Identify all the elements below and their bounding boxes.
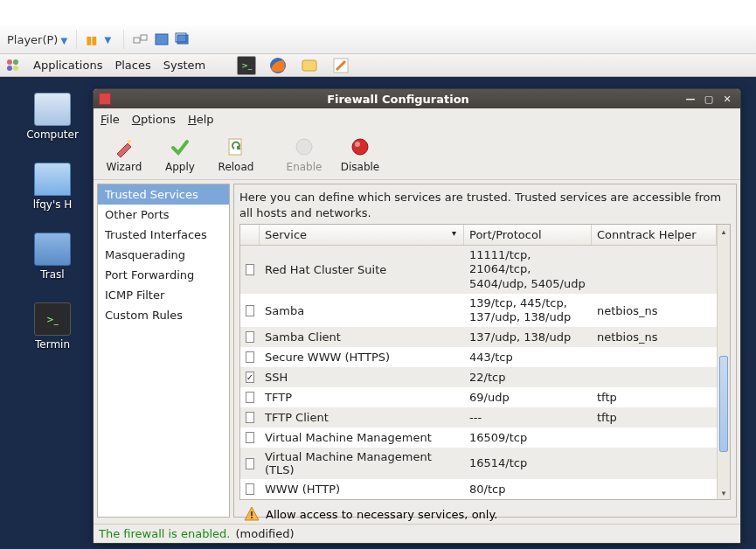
port-cell: 139/tcp, 445/tcp, 137/udp, 138/udp xyxy=(464,294,592,328)
minimize-button[interactable]: — xyxy=(683,93,698,105)
service-checkbox[interactable] xyxy=(246,483,254,495)
desktop-home-icon[interactable]: lfqy's H xyxy=(17,163,87,211)
conntrack-cell: tftp xyxy=(592,408,717,427)
checkbox-column-header[interactable] xyxy=(240,225,260,245)
sidebar-item-icmp-filter[interactable]: ICMP Filter xyxy=(98,285,229,305)
conntrack-cell xyxy=(592,435,717,441)
notes-launcher-icon[interactable] xyxy=(331,56,350,75)
conntrack-cell xyxy=(592,487,717,492)
main-pane: Here you can define which services are t… xyxy=(233,184,737,518)
category-sidebar: Trusted ServicesOther PortsTrusted Inter… xyxy=(97,184,230,518)
pause-icon[interactable]: ▮▮ xyxy=(86,33,96,46)
firewall-app-icon xyxy=(99,93,111,105)
help-menu[interactable]: Help xyxy=(188,113,214,126)
close-button[interactable]: ✕ xyxy=(719,93,735,105)
firewall-config-window: Firewall Configuration — ▢ ✕ File Option… xyxy=(93,88,741,544)
port-cell: 22/tcp xyxy=(464,368,592,387)
port-cell: 11111/tcp, 21064/tcp, 5404/udp, 5405/udp xyxy=(464,246,592,294)
table-row[interactable]: Virtual Machine Management (TLS)16514/tc… xyxy=(240,448,717,479)
port-cell: 443/tcp xyxy=(464,348,592,367)
window-title: Firewall Configuration xyxy=(116,93,680,106)
service-name-cell: TFTP Client xyxy=(260,408,464,427)
svg-point-7 xyxy=(7,66,12,71)
send-cad-icon[interactable] xyxy=(133,32,149,46)
scroll-up-button[interactable]: ▴ xyxy=(718,225,730,238)
service-checkbox[interactable] xyxy=(246,331,254,343)
fullscreen-icon[interactable] xyxy=(154,32,170,46)
firefox-launcher-icon[interactable] xyxy=(268,56,288,75)
sidebar-item-trusted-interfaces[interactable]: Trusted Interfaces xyxy=(98,225,229,245)
sidebar-item-other-ports[interactable]: Other Ports xyxy=(98,205,229,225)
dropdown-icon[interactable]: ▼ xyxy=(104,35,111,45)
service-name-cell: Secure WWW (HTTPS) xyxy=(260,348,464,366)
service-name-cell: Samba Client xyxy=(260,328,464,346)
table-row[interactable]: Samba139/tcp, 445/tcp, 137/udp, 138/udpn… xyxy=(240,294,717,328)
apply-button[interactable]: Apply xyxy=(153,131,207,178)
table-row[interactable]: Samba Client137/udp, 138/udpnetbios_ns xyxy=(240,327,717,347)
table-row[interactable]: TFTP69/udptftp xyxy=(240,387,717,407)
svg-point-14 xyxy=(296,139,312,155)
reload-icon xyxy=(225,136,246,157)
svg-rect-10 xyxy=(302,60,316,71)
port-cell: 80/tcp xyxy=(464,480,592,499)
file-menu[interactable]: File xyxy=(101,113,120,126)
sidebar-item-custom-rules[interactable]: Custom Rules xyxy=(98,305,229,325)
table-row[interactable]: ✓SSH22/tcp xyxy=(240,367,717,387)
warning-text: Allow access to necessary services, only… xyxy=(266,508,497,521)
port-column-header[interactable]: Port/Protocol xyxy=(464,225,592,245)
port-cell: 16509/tcp xyxy=(464,428,592,448)
service-name-cell: Samba xyxy=(260,302,464,320)
service-checkbox[interactable] xyxy=(246,412,254,423)
service-checkbox[interactable] xyxy=(246,351,254,363)
service-checkbox[interactable] xyxy=(246,264,254,275)
conntrack-cell xyxy=(592,267,717,272)
check-icon xyxy=(170,136,191,157)
service-checkbox[interactable] xyxy=(246,432,254,443)
conntrack-cell: netbios_ns xyxy=(592,328,717,346)
service-name-cell: Red Hat Cluster Suite xyxy=(260,261,464,279)
gnome-top-panel: Applications Places System >_ xyxy=(0,54,756,77)
port-cell: 137/udp, 138/udp xyxy=(464,328,592,347)
service-name-cell: Virtual Machine Management xyxy=(260,428,464,447)
table-row[interactable]: Red Hat Cluster Suite11111/tcp, 21064/tc… xyxy=(240,246,717,294)
status-enabled-text: The firewall is enabled. xyxy=(99,527,230,540)
places-menu[interactable]: Places xyxy=(114,59,150,72)
svg-rect-0 xyxy=(134,38,140,43)
service-checkbox[interactable] xyxy=(246,305,254,316)
vertical-scrollbar[interactable]: ▴ ▾ xyxy=(717,225,730,499)
terminal-launcher-icon[interactable]: >_ xyxy=(237,56,256,75)
port-cell: --- xyxy=(464,408,592,427)
system-menu[interactable]: System xyxy=(163,59,205,72)
help-launcher-icon[interactable] xyxy=(300,56,319,75)
maximize-button[interactable]: ▢ xyxy=(701,93,717,105)
sidebar-item-port-forwarding[interactable]: Port Forwarding xyxy=(98,265,229,285)
sidebar-item-trusted-services[interactable]: Trusted Services xyxy=(98,184,229,205)
desktop-terminal-icon[interactable]: >_ Termin xyxy=(17,302,87,351)
player-menu[interactable]: Player(P)▼ xyxy=(7,33,67,46)
desktop-trash-icon[interactable]: Trasl xyxy=(17,233,87,281)
service-checkbox[interactable]: ✓ xyxy=(246,372,254,383)
options-menu[interactable]: Options xyxy=(132,113,176,126)
svg-point-6 xyxy=(13,59,18,65)
conntrack-cell xyxy=(592,355,717,360)
table-row[interactable]: Virtual Machine Management16509/tcp xyxy=(240,427,717,448)
svg-point-8 xyxy=(13,66,18,71)
table-row[interactable]: WWW (HTTP)80/tcp xyxy=(240,479,717,499)
service-checkbox[interactable] xyxy=(246,458,254,469)
conntrack-column-header[interactable]: Conntrack Helper xyxy=(592,225,717,245)
table-row[interactable]: TFTP Client---tftp xyxy=(240,407,717,427)
service-column-header[interactable]: Service xyxy=(260,225,464,245)
disable-button[interactable]: Disable xyxy=(333,131,387,178)
table-row[interactable]: Secure WWW (HTTPS)443/tcp xyxy=(240,347,717,367)
window-titlebar[interactable]: Firewall Configuration — ▢ ✕ xyxy=(94,89,740,108)
reload-button[interactable]: Reload xyxy=(209,131,263,178)
service-checkbox[interactable] xyxy=(246,392,254,403)
sidebar-item-masquerading[interactable]: Masquerading xyxy=(98,245,229,265)
desktop-computer-icon[interactable]: Computer xyxy=(17,93,87,141)
applications-menu[interactable]: Applications xyxy=(33,59,102,72)
menubar: File Options Help xyxy=(94,108,740,129)
scroll-down-button[interactable]: ▾ xyxy=(718,486,730,499)
unity-icon[interactable] xyxy=(175,32,191,46)
scrollbar-thumb[interactable] xyxy=(719,356,728,452)
wizard-button[interactable]: Wizard xyxy=(97,131,151,178)
